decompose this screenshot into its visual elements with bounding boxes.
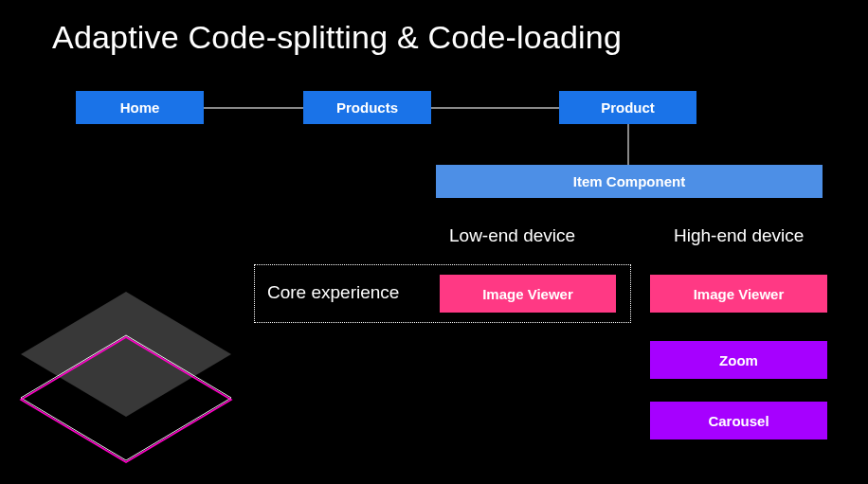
page-title: Adaptive Code-splitting & Code-loading [52, 19, 622, 56]
svg-marker-0 [21, 292, 231, 417]
layers-icon [8, 284, 244, 464]
node-high-carousel-label: Carousel [708, 413, 769, 429]
connector-home-products [204, 107, 308, 109]
node-item-component-label: Item Component [573, 173, 685, 189]
connector-product-item [627, 123, 629, 166]
connector-products-product [431, 107, 559, 109]
node-low-image-viewer: Image Viewer [440, 275, 616, 313]
node-high-image-viewer: Image Viewer [650, 275, 827, 313]
node-low-image-viewer-label: Image Viewer [482, 286, 573, 302]
header-low-end: Low-end device [449, 225, 575, 246]
node-high-zoom: Zoom [650, 341, 827, 379]
node-home-label: Home [120, 99, 160, 116]
node-product: Product [559, 91, 696, 124]
diagram-stage: Adaptive Code-splitting & Code-loading H… [0, 0, 868, 484]
header-high-end: High-end device [674, 225, 804, 246]
node-high-carousel: Carousel [650, 402, 827, 439]
node-high-zoom-label: Zoom [719, 352, 758, 368]
node-high-image-viewer-label: Image Viewer [694, 286, 785, 302]
node-products: Products [303, 91, 431, 124]
node-home: Home [76, 91, 204, 124]
node-products-label: Products [336, 99, 398, 116]
node-item-component: Item Component [436, 165, 823, 198]
node-product-label: Product [601, 99, 655, 116]
core-experience-label: Core experience [267, 282, 399, 303]
